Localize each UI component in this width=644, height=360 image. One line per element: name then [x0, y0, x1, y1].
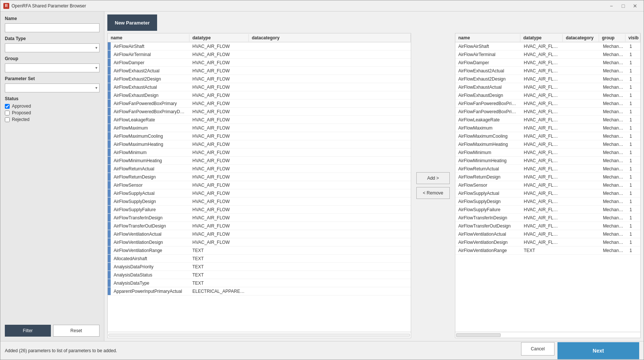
- table-row[interactable]: AirFlowExhaust2Actual HVAC_AIR_FLOW Mech…: [455, 67, 640, 75]
- table-row[interactable]: AirFlowAirTerminal HVAC_AIR_FLOW: [108, 50, 411, 59]
- table-row[interactable]: AirFlowExhaust2Design HVAC_AIR_FLOW Mech…: [455, 75, 640, 83]
- table-row[interactable]: AirFlowMaximumCooling HVAC_AIR_FLOW Mech…: [455, 132, 640, 140]
- cell-name: AirFlowExhaust2Actual: [455, 68, 521, 74]
- table-row[interactable]: AirFlowMinimum HVAC_AIR_FLOW Mechanical …: [455, 148, 640, 157]
- left-table-scrollbar[interactable]: [108, 332, 411, 338]
- cell-vis: 1: [627, 198, 640, 205]
- table-row[interactable]: AirFlowTransferInDesign HVAC_AIR_FLOW: [108, 214, 411, 222]
- cell-vis: 1: [627, 149, 640, 156]
- table-row[interactable]: AirFlowLeakageRate HVAC_AIR_FLOW: [108, 116, 411, 124]
- cell-datatype: HVAC_AIR_FLOW: [521, 239, 563, 246]
- table-row[interactable]: AirFlowSupplyDesign HVAC_AIR_FLOW Mechan…: [455, 197, 640, 206]
- cell-datatype: HVAC_AIR_FLOW: [521, 223, 563, 229]
- table-row[interactable]: AirFlowExhaustDesign HVAC_AIR_FLOW Mecha…: [455, 91, 640, 99]
- cell-datacategory: [249, 127, 411, 129]
- table-row[interactable]: AirFlowFanPoweredBoxPrimary HVAC_AIR_FLO…: [455, 99, 640, 108]
- table-row[interactable]: AirFlowSupplyActual HVAC_AIR_FLOW: [108, 189, 411, 197]
- left-table-body[interactable]: AirFlowAirShaft HVAC_AIR_FLOW AirFlowAir…: [108, 42, 411, 332]
- table-row[interactable]: AirFlowMaximumHeating HVAC_AIR_FLOW: [108, 140, 411, 148]
- minimize-button[interactable]: −: [606, 2, 617, 10]
- table-row[interactable]: AirFlowReturnActual HVAC_AIR_FLOW Mechan…: [455, 165, 640, 173]
- row-indicator: [108, 83, 111, 91]
- next-button[interactable]: Next: [557, 342, 639, 359]
- table-row[interactable]: AirFlowVentilationRange TEXT Mechanical …: [455, 246, 640, 255]
- row-indicator: [108, 214, 111, 222]
- filter-button[interactable]: Filter: [5, 325, 51, 337]
- table-row[interactable]: ApparentPowerInputPrimaryActual ELECTRIC…: [108, 287, 411, 295]
- table-row[interactable]: AirFlowSupplyDesign HVAC_AIR_FLOW: [108, 197, 411, 206]
- maximize-button[interactable]: □: [618, 2, 629, 10]
- table-row[interactable]: AirFlowVentilationRange TEXT: [108, 246, 411, 255]
- right-scroll-thumb[interactable]: [456, 333, 501, 337]
- table-row[interactable]: AirFlowReturnDesign HVAC_AIR_FLOW Mechan…: [455, 173, 640, 181]
- table-row[interactable]: AirFlowAirShaft HVAC_AIR_FLOW: [108, 42, 411, 50]
- table-row[interactable]: AirFlowSupplyFailure HVAC_AIR_FLOW Mecha…: [455, 206, 640, 214]
- table-row[interactable]: AirFlowReturnActual HVAC_AIR_FLOW: [108, 165, 411, 173]
- left-table-header: name datatype datacategory: [108, 33, 411, 42]
- table-row[interactable]: AirFlowSensor HVAC_AIR_FLOW: [108, 181, 411, 189]
- cell-name: AirFlowVentilationRange: [455, 247, 521, 254]
- table-row[interactable]: AirFlowVentilationDesign HVAC_AIR_FLOW M…: [455, 238, 640, 246]
- table-row[interactable]: AirFlowFanPoweredBoxPrimary HVAC_AIR_FLO…: [108, 99, 411, 108]
- table-row[interactable]: AirFlowTransferInDesign HVAC_AIR_FLOW Me…: [455, 214, 640, 222]
- table-row[interactable]: AirFlowVentilationActual HVAC_AIR_FLOW: [108, 230, 411, 238]
- table-row[interactable]: AirFlowDamper HVAC_AIR_FLOW Mechanical 1: [455, 59, 640, 67]
- left-scroll-track[interactable]: [108, 334, 410, 337]
- table-row[interactable]: AirFlowFanPoweredBoxPrimaryDesign HVAC_A…: [455, 108, 640, 116]
- table-row[interactable]: AirFlowExhaustActual HVAC_AIR_FLOW: [108, 83, 411, 91]
- proposed-checkbox[interactable]: [5, 111, 10, 115]
- table-row[interactable]: AnalysisDataType TEXT: [108, 279, 411, 287]
- table-row[interactable]: AnalysisDataStatus TEXT: [108, 271, 411, 279]
- table-row[interactable]: AirFlowExhaust2Actual HVAC_AIR_FLOW: [108, 67, 411, 75]
- table-row[interactable]: AirFlowReturnDesign HVAC_AIR_FLOW: [108, 173, 411, 181]
- table-row[interactable]: AirFlowMaximumHeating HVAC_AIR_FLOW Mech…: [455, 140, 640, 148]
- right-table-body[interactable]: AirFlowAirShaft HVAC_AIR_FLOW Mechanical…: [455, 42, 640, 332]
- table-row[interactable]: AirFlowExhaust2Design HVAC_AIR_FLOW: [108, 75, 411, 83]
- table-row[interactable]: AirFlowMinimumHeating HVAC_AIR_FLOW: [108, 157, 411, 165]
- table-row[interactable]: AirFlowExhaustActual HVAC_AIR_FLOW Mecha…: [455, 83, 640, 91]
- datatype-select[interactable]: [5, 43, 100, 52]
- table-row[interactable]: AirFlowDamper HVAC_AIR_FLOW: [108, 59, 411, 67]
- close-button[interactable]: ✕: [630, 2, 641, 10]
- remove-button[interactable]: < Remove: [416, 187, 450, 199]
- name-input[interactable]: [5, 23, 100, 32]
- table-row[interactable]: AirFlowVentilationActual HVAC_AIR_FLOW M…: [455, 230, 640, 238]
- new-parameter-button[interactable]: New Parameter: [107, 14, 157, 31]
- parameter-set-select[interactable]: [5, 84, 100, 92]
- table-row[interactable]: AirFlowTransferOutDesign HVAC_AIR_FLOW: [108, 222, 411, 230]
- table-row[interactable]: AirFlowMaximum HVAC_AIR_FLOW: [108, 124, 411, 132]
- group-select[interactable]: [5, 63, 100, 72]
- cancel-button[interactable]: Cancel: [521, 342, 554, 356]
- right-table-scrollbar[interactable]: [455, 332, 640, 338]
- table-row[interactable]: AnalysisDataPriority TEXT: [108, 263, 411, 271]
- cell-vis: 1: [627, 247, 640, 254]
- table-row[interactable]: AirFlowMinimum HVAC_AIR_FLOW: [108, 148, 411, 157]
- table-row[interactable]: AirFlowVentilationDesign HVAC_AIR_FLOW: [108, 238, 411, 246]
- table-row[interactable]: AirFlowMaximumCooling HVAC_AIR_FLOW: [108, 132, 411, 140]
- cell-name: AirFlowVentilationDesign: [455, 239, 521, 246]
- table-row[interactable]: AirFlowExhaustDesign HVAC_AIR_FLOW: [108, 91, 411, 99]
- cell-group: Mechanical: [600, 174, 627, 180]
- rejected-checkbox[interactable]: [5, 117, 10, 122]
- table-row[interactable]: AirFlowSupplyActual HVAC_AIR_FLOW Mechan…: [455, 189, 640, 197]
- cell-name: AirFlowFanPoweredBoxPrimaryDesign: [111, 108, 189, 115]
- cell-datatype: HVAC_AIR_FLOW: [521, 157, 563, 164]
- table-row[interactable]: AllocatedAirshaft TEXT: [108, 255, 411, 263]
- table-row[interactable]: AirFlowAirShaft HVAC_AIR_FLOW Mechanical…: [455, 42, 640, 50]
- table-row[interactable]: AirFlowAirTerminal HVAC_AIR_FLOW Mechani…: [455, 50, 640, 59]
- table-row[interactable]: AirFlowSupplyFailure HVAC_AIR_FLOW: [108, 206, 411, 214]
- group-section: Group: [5, 56, 100, 72]
- reset-button[interactable]: Reset: [53, 325, 100, 337]
- cell-datatype: HVAC_AIR_FLOW: [189, 190, 249, 197]
- table-row[interactable]: AirFlowFanPoweredBoxPrimaryDesign HVAC_A…: [108, 108, 411, 116]
- cell-datacategory: [249, 258, 411, 259]
- table-row[interactable]: AirFlowTransferOutDesign HVAC_AIR_FLOW M…: [455, 222, 640, 230]
- table-row[interactable]: AirFlowMinimumHeating HVAC_AIR_FLOW Mech…: [455, 157, 640, 165]
- table-row[interactable]: AirFlowSensor HVAC_AIR_FLOW Mechanical 1: [455, 181, 640, 189]
- add-button[interactable]: Add >: [416, 172, 450, 184]
- table-row[interactable]: AirFlowLeakageRate HVAC_AIR_FLOW Mechani…: [455, 116, 640, 124]
- row-indicator: [108, 67, 111, 75]
- approved-checkbox[interactable]: [5, 104, 10, 109]
- tables-row: name datatype datacategory AirFlowAirSha…: [107, 33, 641, 338]
- table-row[interactable]: AirFlowMaximum HVAC_AIR_FLOW Mechanical …: [455, 124, 640, 132]
